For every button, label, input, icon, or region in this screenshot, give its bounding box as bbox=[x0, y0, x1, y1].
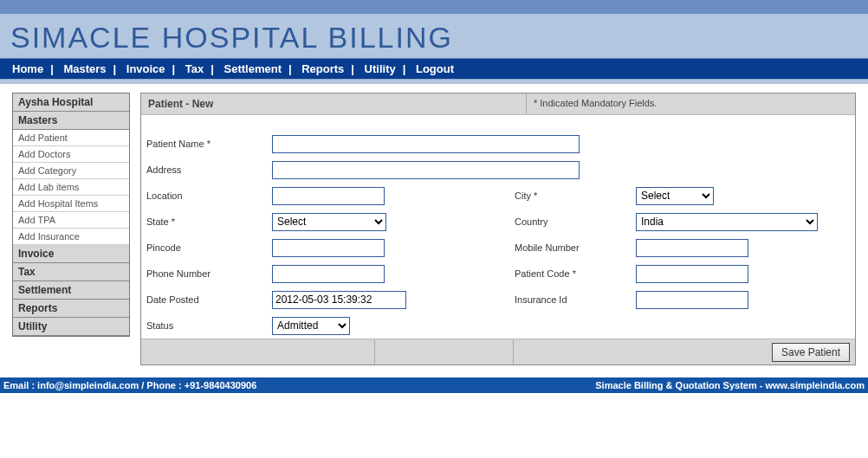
pincode-field[interactable] bbox=[272, 239, 385, 257]
footer-right: Simacle Billing & Quotation System - www… bbox=[595, 380, 865, 390]
label-phone: Phone Number bbox=[141, 265, 267, 282]
location-field[interactable] bbox=[272, 187, 385, 205]
nav-masters[interactable]: Masters bbox=[56, 62, 113, 75]
top-strip bbox=[0, 0, 868, 14]
date-posted-field[interactable] bbox=[272, 291, 406, 309]
nav-home[interactable]: Home bbox=[5, 62, 50, 75]
patient-code-field[interactable] bbox=[636, 265, 748, 283]
nav-invoice[interactable]: Invoice bbox=[120, 62, 172, 75]
city-select[interactable]: Select bbox=[636, 187, 714, 205]
footer-left: Email : info@simpleindia.com / Phone : +… bbox=[3, 380, 256, 390]
state-select[interactable]: Select bbox=[272, 213, 386, 231]
sidebar-section-settlement[interactable]: Settlement bbox=[13, 281, 129, 300]
sidebar: Aysha Hospital Masters Add Patient Add D… bbox=[12, 93, 130, 337]
footer-cell-1 bbox=[141, 339, 375, 364]
status-select[interactable]: Admitted bbox=[272, 317, 350, 335]
mandatory-note: * Indicated Mandatory Fields. bbox=[527, 94, 855, 114]
save-patient-button[interactable]: Save Patient bbox=[772, 343, 850, 362]
patient-name-field[interactable] bbox=[272, 135, 580, 153]
bottom-bar: Email : info@simpleindia.com / Phone : +… bbox=[0, 377, 868, 393]
main-nav: Home| Masters| Invoice| Tax| Settlement|… bbox=[0, 58, 868, 79]
sidebar-item-add-lab-items[interactable]: Add Lab items bbox=[13, 179, 129, 196]
sidebar-item-add-doctors[interactable]: Add Doctors bbox=[13, 146, 129, 163]
label-status: Status bbox=[141, 317, 267, 334]
sidebar-item-add-patient[interactable]: Add Patient bbox=[13, 130, 129, 146]
insurance-id-field[interactable] bbox=[636, 291, 748, 309]
nav-settlement[interactable]: Settlement bbox=[217, 62, 288, 75]
label-date-posted: Date Posted bbox=[141, 291, 267, 308]
phone-field[interactable] bbox=[272, 265, 385, 283]
footer-cell-2 bbox=[375, 339, 514, 364]
sidebar-item-add-category[interactable]: Add Category bbox=[13, 163, 129, 179]
mobile-field[interactable] bbox=[636, 239, 748, 257]
label-city: City * bbox=[509, 187, 631, 204]
sidebar-item-add-hospital-items[interactable]: Add Hospital Items bbox=[13, 196, 129, 212]
label-patient-code: Patient Code * bbox=[509, 265, 631, 282]
nav-tax[interactable]: Tax bbox=[178, 62, 211, 75]
country-select[interactable]: India bbox=[636, 213, 818, 231]
label-address: Address bbox=[141, 161, 267, 178]
label-pincode: Pincode bbox=[141, 239, 267, 256]
sidebar-section-invoice[interactable]: Invoice bbox=[13, 245, 129, 263]
sidebar-section-tax[interactable]: Tax bbox=[13, 263, 129, 281]
nav-logout[interactable]: Logout bbox=[409, 62, 461, 75]
label-mobile: Mobile Number bbox=[509, 239, 631, 256]
app-title: SIMACLE HOSPITAL BILLING bbox=[0, 14, 868, 58]
sidebar-section-utility[interactable]: Utility bbox=[13, 318, 129, 336]
address-field[interactable] bbox=[272, 161, 580, 179]
sidebar-item-add-tpa[interactable]: Add TPA bbox=[13, 212, 129, 229]
form-panel: Patient - New * Indicated Mandatory Fiel… bbox=[140, 93, 856, 365]
form-title: Patient - New bbox=[141, 94, 527, 114]
sidebar-section-reports[interactable]: Reports bbox=[13, 300, 129, 318]
label-patient-name: Patient Name * bbox=[141, 135, 267, 152]
nav-reports[interactable]: Reports bbox=[295, 62, 351, 75]
sidebar-hospital: Aysha Hospital bbox=[13, 94, 129, 112]
label-country: Country bbox=[509, 213, 631, 230]
sidebar-item-add-insurance[interactable]: Add Insurance bbox=[13, 229, 129, 245]
sidebar-section-masters[interactable]: Masters bbox=[13, 112, 129, 130]
label-location: Location bbox=[141, 187, 267, 204]
label-state: State * bbox=[141, 213, 267, 230]
nav-utility[interactable]: Utility bbox=[358, 62, 403, 75]
label-insurance-id: Insurance Id bbox=[509, 291, 631, 308]
